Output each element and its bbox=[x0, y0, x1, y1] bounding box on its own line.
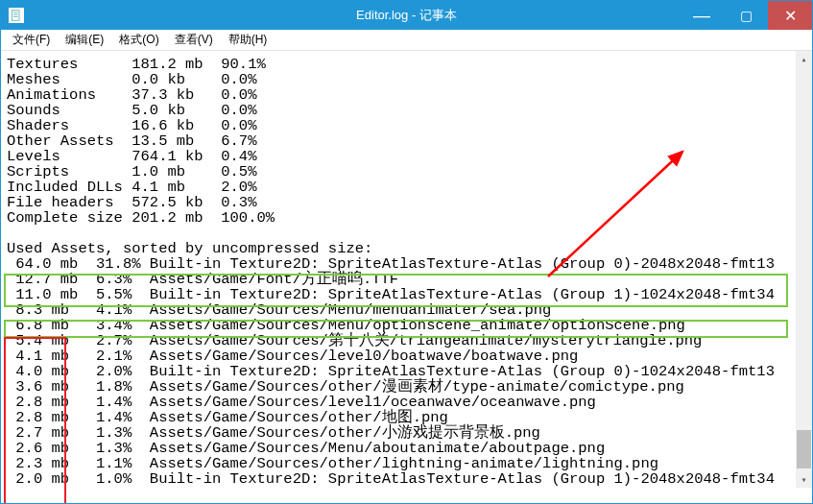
vertical-scrollbar[interactable]: ▴ ▾ bbox=[796, 51, 812, 488]
menu-file[interactable]: 文件(F) bbox=[5, 32, 58, 48]
menubar: 文件(F) 编辑(E) 格式(O) 查看(V) 帮助(H) bbox=[1, 30, 812, 51]
scroll-thumb[interactable] bbox=[797, 430, 811, 468]
text-area[interactable]: Textures 181.2 mb 90.1% Meshes 0.0 kb 0.… bbox=[7, 57, 793, 503]
menu-format[interactable]: 格式(O) bbox=[111, 32, 166, 48]
minimize-button[interactable]: — bbox=[680, 1, 724, 30]
content-area: Textures 181.2 mb 90.1% Meshes 0.0 kb 0.… bbox=[1, 51, 812, 503]
titlebar[interactable]: Editor.log - 记事本 — ▢ ✕ bbox=[1, 1, 812, 30]
menu-help[interactable]: 帮助(H) bbox=[221, 32, 275, 48]
notepad-window: Editor.log - 记事本 — ▢ ✕ 文件(F) 编辑(E) 格式(O)… bbox=[0, 0, 813, 504]
close-button[interactable]: ✕ bbox=[768, 1, 812, 30]
scroll-down-arrow-icon[interactable]: ▾ bbox=[796, 471, 812, 488]
menu-edit[interactable]: 编辑(E) bbox=[58, 32, 111, 48]
window-title: Editor.log - 记事本 bbox=[356, 7, 457, 24]
maximize-button[interactable]: ▢ bbox=[724, 1, 768, 30]
svg-rect-0 bbox=[12, 11, 20, 21]
scroll-up-arrow-icon[interactable]: ▴ bbox=[796, 51, 812, 67]
window-controls: — ▢ ✕ bbox=[680, 1, 812, 30]
app-icon bbox=[9, 8, 24, 23]
menu-view[interactable]: 查看(V) bbox=[167, 32, 221, 48]
